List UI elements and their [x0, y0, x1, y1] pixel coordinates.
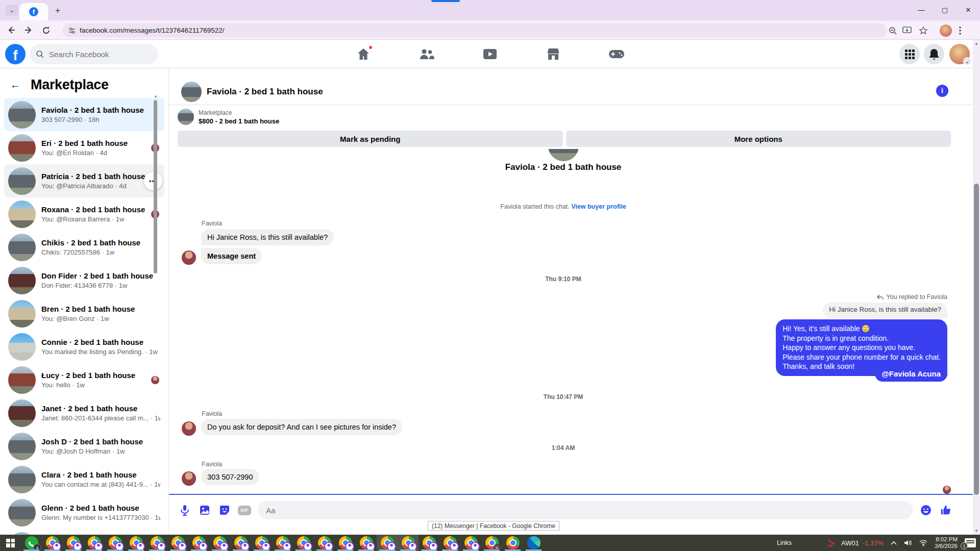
- chrome-button[interactable]: [502, 535, 523, 551]
- conversation-item-connie[interactable]: Connie · 2 bed 1 bath houseYou marked th…: [4, 330, 164, 363]
- conversation-item-janet[interactable]: Janet · 2 bed 1 bath houseJanet: 860-201…: [4, 396, 164, 430]
- new-tab-button[interactable]: +: [52, 5, 63, 16]
- scrollbar-thumb[interactable]: [974, 184, 979, 495]
- taskbar-clock[interactable]: 8:02 PM 3/6/2026: [935, 536, 958, 549]
- view-buyer-profile-link[interactable]: View buyer profile: [571, 203, 626, 210]
- facebook-logo[interactable]: f: [5, 44, 26, 64]
- emoji-icon[interactable]: [919, 504, 933, 517]
- notifications-button[interactable]: [924, 44, 944, 64]
- chrome-profile-button-active[interactable]: [377, 535, 398, 551]
- close-button[interactable]: ✕: [957, 0, 980, 19]
- chrome-profile-button[interactable]: [230, 535, 251, 551]
- conversation-item-clara[interactable]: Clara · 2 bed 1 bath houseYou can contac…: [4, 463, 164, 496]
- chrome-profile-u-button[interactable]: [481, 535, 502, 551]
- edge-button[interactable]: [523, 535, 544, 551]
- message-avatar[interactable]: [182, 421, 196, 436]
- volume-icon[interactable]: [904, 539, 912, 546]
- minimize-button[interactable]: —: [910, 0, 933, 19]
- bookmark-star-icon[interactable]: [917, 24, 930, 37]
- chrome-profile-button[interactable]: [188, 535, 209, 551]
- sticker-icon[interactable]: [218, 504, 231, 517]
- scroll-up-icon[interactable]: ▲: [974, 41, 978, 46]
- stock-ticker[interactable]: AW01 -1.37%: [827, 539, 884, 547]
- message-input[interactable]: [258, 501, 913, 519]
- facebook-search[interactable]: [30, 44, 158, 64]
- page-scrollbar[interactable]: ▲ ▼: [973, 40, 980, 535]
- conversation-item-josh-d[interactable]: Josh D · 2 bed 1 bath houseYou: @Josh D …: [4, 430, 164, 463]
- conversation-item-don-fider[interactable]: Don Fider · 2 bed 1 bath houseDon Fider:…: [4, 264, 164, 297]
- maximize-button[interactable]: ▢: [933, 0, 957, 19]
- action-center-button[interactable]: 1: [965, 538, 976, 547]
- chrome-profile-button[interactable]: [356, 535, 377, 551]
- start-button[interactable]: [0, 535, 21, 551]
- sidebar-scrollbar[interactable]: [154, 100, 157, 273]
- chrome-profile-button[interactable]: [293, 535, 314, 551]
- chrome-profile-button[interactable]: [105, 535, 126, 551]
- chrome-profile-button[interactable]: [314, 535, 335, 551]
- search-input[interactable]: [48, 49, 145, 59]
- chrome-profile-button[interactable]: [126, 535, 146, 551]
- message-list[interactable]: Faviola · 2 bed 1 bath house Faviola sta…: [169, 149, 973, 494]
- gif-icon[interactable]: GIF: [238, 504, 251, 517]
- voice-clip-icon[interactable]: [178, 504, 191, 517]
- conversation-item-glenn[interactable]: Glenn · 2 bed 1 bath houseGlenn: My numb…: [4, 496, 164, 529]
- chrome-profile-button[interactable]: [63, 535, 84, 551]
- listing-strip[interactable]: Marketplace $800 - 2 bed 1 bath house: [178, 109, 279, 125]
- watch-tab[interactable]: [482, 46, 498, 62]
- scroll-down-icon[interactable]: ▼: [974, 529, 978, 533]
- back-arrow-button[interactable]: ←: [7, 77, 23, 93]
- apps-menu-button[interactable]: [899, 44, 920, 64]
- mark-as-pending-button[interactable]: Mark as pending: [178, 131, 563, 147]
- links-toolbar[interactable]: Links: [777, 539, 792, 546]
- conversation-item-lucy[interactable]: Łucy · 2 bed 1 bath houseYou: hello · 1w: [4, 363, 164, 396]
- address-bar[interactable]: [62, 23, 887, 37]
- zoom-icon[interactable]: [886, 24, 899, 37]
- browser-tab[interactable]: f: [19, 3, 48, 20]
- conversation-item-roxana[interactable]: Roxana · 2 bed 1 bath houseYou: @Roxana …: [4, 197, 164, 231]
- chrome-profile-button[interactable]: [209, 535, 230, 551]
- message-text-input[interactable]: [265, 506, 905, 515]
- chrome-profile-button[interactable]: [460, 535, 481, 551]
- conversation-item-eri[interactable]: Eri · 2 bed 1 bath houseYou: @Eri Roldan…: [4, 131, 164, 164]
- marketplace-tab[interactable]: [546, 46, 561, 62]
- account-button[interactable]: ⌄: [949, 44, 970, 64]
- home-tab[interactable]: [356, 46, 371, 62]
- install-app-icon[interactable]: [900, 24, 914, 37]
- sidebar-scroll-up-icon[interactable]: ▲: [154, 94, 158, 98]
- back-button[interactable]: [4, 23, 18, 37]
- attach-photo-icon[interactable]: [198, 504, 211, 517]
- conversation-item-faviola[interactable]: Faviola · 2 bed 1 bath house303 507-2990…: [4, 98, 164, 131]
- chrome-profile-button[interactable]: [419, 535, 439, 551]
- chrome-profile-button[interactable]: [84, 535, 105, 551]
- info-icon[interactable]: i: [936, 85, 948, 97]
- chrome-profile-button-active[interactable]: [398, 535, 419, 551]
- whatsapp-taskbar-button[interactable]: 4: [21, 535, 42, 551]
- browser-profile-avatar[interactable]: [939, 24, 952, 37]
- wifi-icon[interactable]: [919, 540, 927, 546]
- friends-tab[interactable]: [419, 46, 434, 62]
- chrome-profile-button[interactable]: [272, 535, 293, 551]
- conversation-item-patricia[interactable]: Patricia · 2 bed 1 bath houseYou: @Patri…: [4, 164, 164, 197]
- forward-button[interactable]: [21, 23, 36, 37]
- browser-menu-icon[interactable]: [953, 24, 967, 37]
- chrome-profile-button[interactable]: [439, 535, 460, 551]
- site-settings-icon[interactable]: [68, 27, 76, 34]
- thumbs-up-icon[interactable]: [939, 504, 952, 517]
- conversation-item-partial[interactable]: Bren · 2 bed 1 bath house: [4, 529, 164, 535]
- gaming-tab[interactable]: [609, 46, 624, 62]
- conversation-menu-button[interactable]: •••: [144, 172, 162, 190]
- chrome-profile-button[interactable]: [42, 535, 63, 551]
- url-input[interactable]: [80, 27, 386, 34]
- tray-expand-icon[interactable]: [891, 541, 897, 545]
- chrome-profile-button[interactable]: [251, 535, 272, 551]
- chrome-profile-button[interactable]: [146, 535, 167, 551]
- message-avatar[interactable]: [182, 251, 196, 265]
- conversation-item-chikis[interactable]: Chikis · 2 bed 1 bath houseChikis: 72025…: [4, 231, 164, 264]
- intro-avatar[interactable]: [548, 149, 579, 161]
- chrome-profile-button[interactable]: [167, 535, 188, 551]
- chrome-profile-button[interactable]: [335, 535, 356, 551]
- tab-search-button[interactable]: ⌄: [5, 5, 18, 16]
- chat-avatar[interactable]: [181, 82, 202, 102]
- message-avatar[interactable]: [182, 471, 196, 486]
- more-options-button[interactable]: More options: [566, 131, 951, 147]
